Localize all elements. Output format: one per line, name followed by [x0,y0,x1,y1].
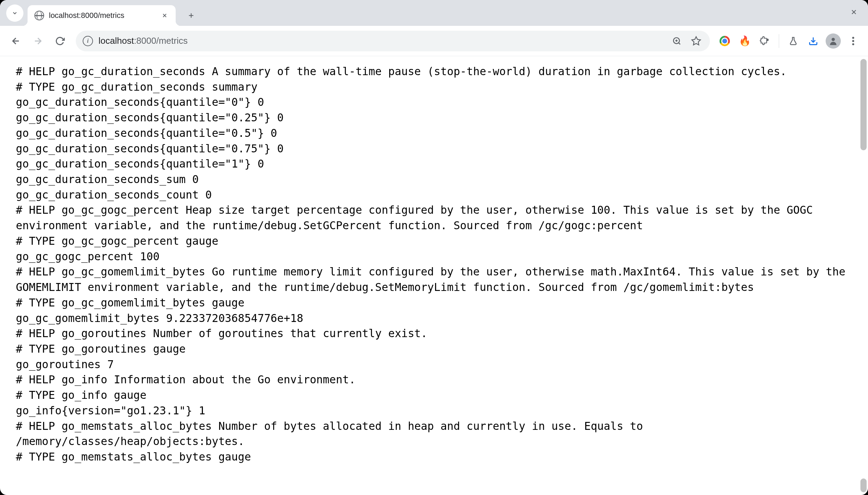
url-host: localhost [99,36,134,46]
active-tab[interactable]: localhost:8000/metrics [28,5,176,26]
svg-point-16 [852,40,854,42]
kebab-icon [852,36,855,46]
plus-icon [187,12,195,19]
zoom-icon [672,37,681,46]
svg-marker-12 [692,37,701,45]
site-info-button[interactable]: i [83,36,93,46]
viewport: # HELP go_gc_duration_seconds A summary … [0,56,868,495]
close-icon [850,8,858,16]
close-icon [162,12,168,19]
chevron-down-icon [12,10,18,16]
menu-button[interactable] [845,32,862,50]
back-button[interactable] [6,31,25,51]
new-tab-button[interactable] [183,7,200,24]
star-icon [691,36,701,46]
labs-button[interactable] [785,32,802,50]
toolbar-divider [779,34,779,48]
flask-icon [788,36,798,46]
svg-line-9 [679,43,680,44]
profile-button[interactable] [825,32,842,50]
url-path: :8000/metrics [134,36,188,46]
scrollbar-thumb-bottom[interactable] [860,478,867,492]
metrics-output[interactable]: # HELP go_gc_duration_seconds A summary … [0,56,868,472]
avatar-icon [826,33,841,49]
toolbar: i localhost:8000/metrics 🔥 [0,26,868,56]
svg-point-15 [852,37,854,39]
scrollbar-thumb[interactable] [860,59,867,150]
browser-window: localhost:8000/metrics i localhost:8000/… [0,0,868,495]
extensions-button[interactable] [756,32,773,50]
downloads-button[interactable] [805,32,822,50]
url-display: localhost:8000/metrics [99,36,664,46]
svg-point-17 [852,43,854,45]
arrow-right-icon [33,36,43,46]
chrome-icon [720,36,730,46]
globe-icon [34,11,44,20]
forward-button[interactable] [28,31,48,51]
bookmark-button[interactable] [689,34,703,48]
arrow-left-icon [11,36,21,46]
search-tabs-button[interactable] [6,4,23,22]
zoom-button[interactable] [670,34,684,48]
scrollbar[interactable] [860,59,867,492]
extension-chrome[interactable] [716,32,733,50]
tab-strip: localhost:8000/metrics [0,0,868,26]
tab-title: localhost:8000/metrics [49,11,155,20]
puzzle-icon [760,36,769,46]
svg-point-14 [831,38,835,41]
extension-fire[interactable]: 🔥 [736,32,753,50]
download-icon [808,36,818,46]
window-close-button[interactable] [850,8,858,18]
address-bar[interactable]: i localhost:8000/metrics [76,31,710,51]
reload-button[interactable] [50,31,70,51]
tab-close-button[interactable] [160,11,169,20]
fire-icon: 🔥 [739,35,751,47]
reload-icon [55,36,65,46]
